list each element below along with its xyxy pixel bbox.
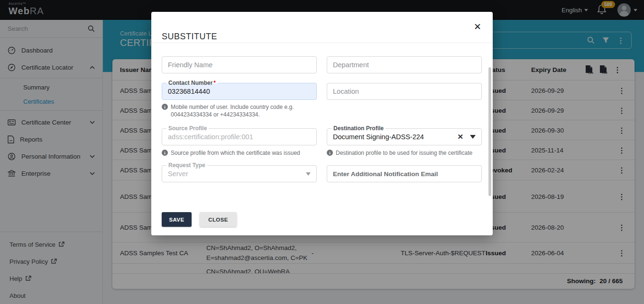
dropdown-caret-icon[interactable] — [470, 135, 476, 139]
destination-profile-hint: i Destination profile to be used for iss… — [327, 149, 488, 157]
info-icon: i — [162, 104, 168, 110]
location-placeholder: Location — [333, 88, 359, 95]
source-profile-hint: i Source profile from which the certific… — [162, 149, 318, 157]
source-profile-field: Source Profile adss:certification:profil… — [162, 128, 317, 145]
department-placeholder: Department — [333, 61, 369, 69]
dropdown-caret-icon — [306, 172, 311, 176]
substitute-dialog: SUBSTITUTE ✕ Friendly Name Department Co… — [151, 12, 493, 235]
info-icon: i — [162, 150, 168, 156]
clear-icon[interactable]: ✕ — [457, 133, 463, 141]
friendly-name-field[interactable]: Friendly Name — [162, 56, 317, 73]
contact-number-value: 03236814440 — [168, 88, 210, 95]
modal-scrollbar[interactable] — [488, 67, 491, 196]
required-asterisk: * — [213, 80, 216, 86]
save-button[interactable]: SAVE — [162, 212, 192, 227]
dialog-title: SUBSTITUTE — [162, 32, 217, 42]
source-profile-label: Source Profile — [166, 125, 209, 132]
info-icon: i — [327, 150, 333, 156]
destination-profile-value: Document Signing-ADSS-224 — [333, 133, 424, 141]
additional-email-field[interactable]: Enter Additional Notification Email — [327, 165, 482, 182]
contact-number-hint: i Mobile number of user. Include country… — [162, 103, 318, 118]
location-field[interactable]: Location — [327, 83, 482, 100]
close-icon[interactable]: ✕ — [474, 21, 481, 32]
request-type-value: Server — [168, 170, 188, 178]
destination-profile-select[interactable]: Destination Profile Document Signing-ADS… — [327, 128, 482, 145]
contact-number-label: Contact Number* — [166, 80, 218, 86]
destination-profile-label: Destination Profile — [331, 125, 386, 132]
source-profile-value: adss:certification:profile:001 — [168, 133, 253, 141]
department-field[interactable]: Department — [327, 56, 482, 73]
contact-number-field[interactable]: Contact Number* 03236814440 — [162, 83, 317, 100]
request-type-label: Request Type — [166, 162, 207, 169]
additional-email-placeholder: Enter Additional Notification Email — [333, 170, 438, 178]
close-button[interactable]: CLOSE — [200, 212, 237, 227]
friendly-name-placeholder: Friendly Name — [168, 61, 212, 69]
request-type-select: Request Type Server — [162, 165, 317, 182]
